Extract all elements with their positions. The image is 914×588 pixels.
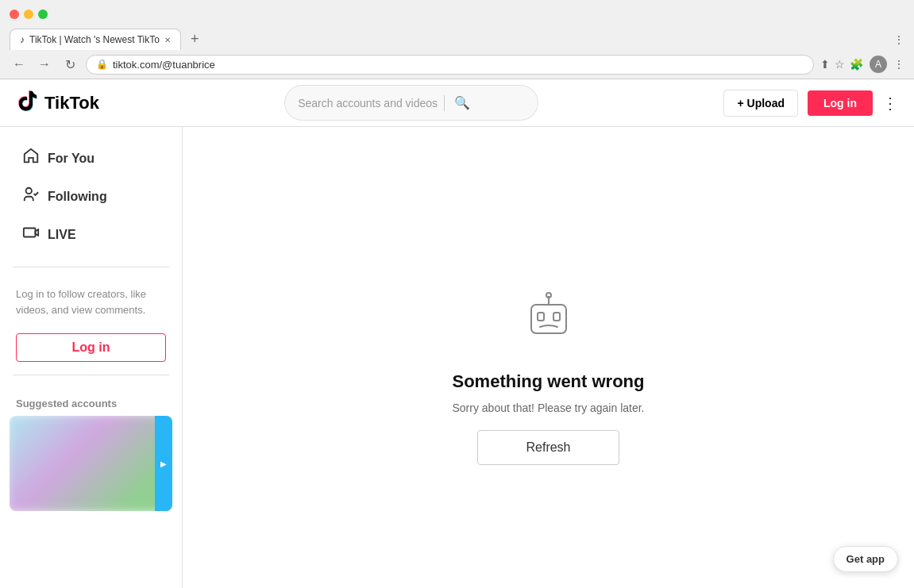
tab-favicon: ♪: [20, 34, 25, 45]
search-box[interactable]: Search accounts and videos 🔍: [284, 85, 538, 121]
logo-area[interactable]: TikTok: [16, 88, 99, 117]
bookmark-icon[interactable]: ☆: [835, 58, 845, 71]
suggested-accounts-label: Suggested accounts: [0, 388, 182, 416]
browser-address-bar: ← → ↻ 🔒 tiktok.com/@tuanbrice ⬆ ☆ 🧩 A ⋮: [0, 50, 914, 79]
search-area: Search accounts and videos 🔍: [99, 85, 724, 121]
live-icon: [22, 224, 40, 246]
sidebar-item-following[interactable]: Following: [6, 178, 175, 216]
browser-chrome: ♪ TikTok | Watch 's Newest TikTo ✕ + ⋮ ←…: [0, 0, 914, 79]
upload-label: + Upload: [737, 97, 785, 110]
error-title: Something went wrong: [453, 371, 645, 392]
browser-more-icon[interactable]: ⋮: [893, 33, 904, 46]
dot-red[interactable]: [10, 10, 19, 19]
sidebar-item-for-you[interactable]: For You: [6, 140, 175, 178]
suggested-card-blur: [10, 416, 172, 511]
sidebar-divider-1: [13, 267, 169, 267]
sidebar-live-label: LIVE: [48, 228, 76, 242]
suggested-card-arrow: ▶: [155, 416, 172, 511]
address-bar-icons: ⬆ ☆ 🧩: [820, 58, 863, 71]
header-more-icon[interactable]: ⋮: [882, 94, 898, 113]
search-divider: [444, 95, 445, 111]
url-text: tiktok.com/@tuanbrice: [113, 59, 804, 71]
app-header: TikTok Search accounts and videos 🔍 + Up…: [0, 79, 914, 127]
robot-icon: [517, 292, 580, 355]
search-button[interactable]: 🔍: [451, 92, 473, 113]
profile-icon[interactable]: A: [870, 56, 887, 73]
dot-yellow[interactable]: [24, 10, 33, 19]
browser-menu-icon[interactable]: ⋮: [893, 58, 904, 71]
header-actions: + Upload Log in ⋮: [723, 90, 898, 117]
following-icon: [22, 186, 40, 208]
sidebar-item-live[interactable]: LIVE: [6, 216, 175, 254]
svg-rect-5: [538, 313, 544, 321]
tiktok-logo-icon: [16, 88, 40, 117]
browser-extra-icons: A ⋮: [870, 56, 904, 73]
app-container: For You Following LIVE Log in to: [0, 127, 914, 588]
get-app-button[interactable]: Get app: [833, 546, 898, 572]
tiktok-logo-text: TikTok: [44, 93, 99, 113]
browser-tab-active[interactable]: ♪ TikTok | Watch 's Newest TikTo ✕: [10, 29, 181, 50]
new-tab-button[interactable]: +: [184, 31, 206, 48]
sidebar-login-button[interactable]: Log in: [16, 333, 166, 362]
sidebar-for-you-label: For You: [48, 152, 94, 166]
svg-rect-4: [531, 305, 566, 333]
upload-button[interactable]: + Upload: [723, 90, 798, 117]
browser-dots: [10, 10, 48, 19]
browser-back-button[interactable]: ←: [10, 55, 29, 74]
login-label: Log in: [823, 97, 857, 110]
login-button[interactable]: Log in: [808, 90, 873, 116]
error-container: Something went wrong Sorry about that! P…: [452, 292, 644, 465]
address-bar[interactable]: 🔒 tiktok.com/@tuanbrice: [86, 55, 814, 75]
svg-point-3: [546, 293, 551, 298]
suggested-accounts-card[interactable]: ▶: [10, 416, 172, 511]
error-subtitle: Sorry about that! Please try again later…: [452, 402, 644, 414]
main-content: Something went wrong Sorry about that! P…: [183, 127, 914, 588]
search-placeholder: Search accounts and videos: [298, 97, 438, 110]
sidebar-following-label: Following: [48, 190, 107, 204]
tab-title: TikTok | Watch 's Newest TikTo: [29, 34, 160, 45]
lock-icon: 🔒: [96, 59, 108, 70]
svg-point-0: [26, 188, 32, 194]
share-icon[interactable]: ⬆: [820, 58, 830, 71]
sidebar-login-prompt: Log in to follow creators, like videos, …: [0, 280, 182, 324]
browser-forward-button[interactable]: →: [35, 55, 54, 74]
sidebar-divider-2: [13, 375, 169, 375]
tab-close-icon[interactable]: ✕: [164, 36, 171, 44]
extension-icon[interactable]: 🧩: [850, 58, 863, 71]
refresh-button[interactable]: Refresh: [477, 430, 619, 465]
browser-tab-bar: ♪ TikTok | Watch 's Newest TikTo ✕ + ⋮: [0, 29, 914, 50]
browser-refresh-button[interactable]: ↻: [60, 55, 79, 74]
svg-rect-6: [553, 313, 560, 321]
browser-titlebar: [0, 0, 914, 29]
svg-rect-1: [24, 229, 36, 237]
dot-green[interactable]: [38, 10, 48, 19]
sidebar: For You Following LIVE Log in to: [0, 127, 183, 588]
home-icon: [22, 148, 40, 170]
